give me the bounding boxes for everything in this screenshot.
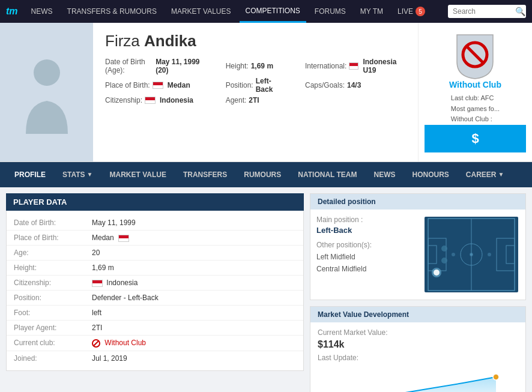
tm-logo: tm bbox=[6, 6, 18, 17]
table-row: Position: Defender - Left-Back bbox=[7, 291, 303, 306]
table-row: Age: 20 bbox=[7, 246, 303, 261]
dob-row: Date of Birth (Age): May 11, 1999 (20) bbox=[105, 58, 202, 74]
table-row: Player Agent: 2TI bbox=[7, 321, 303, 336]
player-name: Firza Andika bbox=[105, 32, 406, 50]
club-name-header[interactable]: Without Club bbox=[449, 80, 501, 89]
table-row: Place of Birth: Medan bbox=[7, 231, 303, 246]
position-labels: Main position : Left-Back Other position… bbox=[316, 216, 417, 294]
market-value-button[interactable]: $ bbox=[425, 125, 526, 152]
pob-flag bbox=[118, 235, 129, 242]
indonesia-flag-cit bbox=[145, 97, 156, 104]
field-container bbox=[423, 216, 519, 294]
other-positions: Left Midfield Central Midfield bbox=[316, 251, 417, 276]
other-pos-1: Left Midfield bbox=[316, 251, 417, 263]
svg-point-15 bbox=[441, 246, 447, 252]
other-pos-2: Central Midfield bbox=[316, 263, 417, 275]
international-row: International: Indonesia U19 bbox=[305, 58, 406, 74]
player-photo-container bbox=[0, 23, 93, 161]
detailed-position-header: Detailed position bbox=[310, 194, 525, 210]
caps-goals-row: Caps/Goals: 14/3 bbox=[305, 77, 406, 94]
market-chart-svg bbox=[318, 368, 518, 392]
height-row: Height: 1,69 m bbox=[226, 58, 281, 74]
indonesia-flag-int bbox=[349, 62, 358, 70]
detailed-position-body: Main position : Left-Back Other position… bbox=[310, 210, 525, 300]
player-info-main: Firza Andika Date of Birth (Age): May 11… bbox=[93, 23, 418, 161]
last-update-label: Last Update: bbox=[318, 354, 358, 362]
market-value-panel: Market Value Development Current Market … bbox=[310, 306, 526, 392]
sec-nav-profile[interactable]: PROFILE bbox=[6, 162, 54, 187]
agent-row: Agent: 2TI bbox=[226, 96, 281, 104]
player-data-table: Date of Birth: May 11, 1999 Place of Bir… bbox=[6, 211, 304, 371]
sec-nav-news[interactable]: NEWS bbox=[366, 162, 404, 187]
nav-forums[interactable]: FORUMS bbox=[309, 0, 352, 23]
player-details: Date of Birth (Age): May 11, 1999 (20) H… bbox=[105, 58, 406, 104]
secondary-nav: PROFILE STATS ▼ MARKET VALUE TRANSFERS R… bbox=[0, 162, 532, 187]
table-row: Joined: Jul 1, 2019 bbox=[7, 351, 303, 366]
position-row: Position: Left-Back bbox=[226, 77, 281, 94]
sec-nav-rumours[interactable]: RUMOURS bbox=[235, 162, 289, 187]
career-chevron-icon: ▼ bbox=[498, 171, 504, 178]
detailed-position-panel: Detailed position Main position : Left-B… bbox=[310, 193, 526, 300]
player-silhouette bbox=[14, 50, 80, 134]
table-row: Height: 1,69 m bbox=[7, 261, 303, 276]
table-row: Citizenship: Indonesia bbox=[7, 276, 303, 291]
club-panel: Without Club Last club: AFC Most games f… bbox=[418, 23, 532, 161]
sec-nav-honours[interactable]: HONOURS bbox=[404, 162, 458, 187]
last-update-row: Last Update: bbox=[318, 354, 518, 362]
other-position-label: Other position(s): bbox=[316, 241, 417, 249]
svg-point-18 bbox=[488, 253, 491, 256]
search-icon: 🔍 bbox=[515, 7, 525, 16]
player-data-header: PLAYER DATA bbox=[6, 193, 304, 211]
current-market-label: Current Market Value: bbox=[318, 328, 388, 337]
search-input[interactable] bbox=[453, 7, 513, 16]
sec-nav-stats[interactable]: STATS ▼ bbox=[54, 162, 101, 187]
market-chart bbox=[318, 368, 518, 392]
nav-my-tm[interactable]: MY TM bbox=[354, 0, 389, 23]
nav-news[interactable]: NEWS bbox=[25, 0, 59, 23]
sec-nav-market-value[interactable]: MARKET VALUE bbox=[101, 162, 174, 187]
club-details: Last club: AFC Most games fo... Without … bbox=[451, 93, 500, 125]
nav-competitions[interactable]: COMPETITIONS bbox=[240, 0, 306, 23]
table-row: Foot: left bbox=[7, 306, 303, 321]
indonesia-flag-pob bbox=[153, 82, 163, 89]
search-box[interactable]: 🔍 bbox=[448, 5, 526, 18]
sec-nav-transfers[interactable]: TRANSFERS bbox=[175, 162, 235, 187]
stats-chevron-icon: ▼ bbox=[87, 171, 93, 178]
table-row: Current club: Without Club bbox=[7, 336, 303, 351]
current-market-value-row: Current Market Value: bbox=[318, 328, 518, 337]
citizenship-row: Citizenship: Indonesia bbox=[105, 96, 202, 104]
market-value-header: Market Value Development bbox=[310, 307, 525, 322]
table-row: Date of Birth: May 11, 1999 bbox=[7, 216, 303, 231]
right-panel: Detailed position Main position : Left-B… bbox=[310, 193, 526, 392]
live-badge: 5 bbox=[416, 7, 425, 16]
svg-point-13 bbox=[434, 270, 440, 276]
player-header: Firza Andika Date of Birth (Age): May 11… bbox=[0, 23, 532, 162]
top-nav: tm NEWS TRANSFERS & RUMOURS MARKET VALUE… bbox=[0, 0, 532, 23]
svg-point-16 bbox=[452, 253, 455, 256]
svg-point-20 bbox=[493, 374, 499, 380]
current-market-value: $114k bbox=[318, 339, 518, 350]
svg-point-14 bbox=[441, 258, 447, 264]
field-svg bbox=[423, 216, 519, 294]
club-shield bbox=[454, 32, 496, 80]
nav-transfers[interactable]: TRANSFERS & RUMOURS bbox=[61, 0, 163, 23]
sec-nav-career[interactable]: CAREER ▼ bbox=[458, 162, 513, 187]
sec-nav-national-team[interactable]: NATIONAL TEAM bbox=[289, 162, 365, 187]
left-panel: PLAYER DATA Date of Birth: May 11, 1999 … bbox=[6, 193, 304, 392]
svg-point-17 bbox=[470, 253, 473, 256]
svg-point-0 bbox=[34, 59, 60, 86]
svg-marker-19 bbox=[319, 377, 496, 392]
nav-market-values[interactable]: MARKET VALUES bbox=[165, 0, 237, 23]
nav-live[interactable]: LIVE 5 bbox=[391, 0, 431, 23]
main-content: PLAYER DATA Date of Birth: May 11, 1999 … bbox=[0, 187, 532, 392]
pob-row: Place of Birth: Medan bbox=[105, 77, 202, 94]
banned-icon bbox=[92, 339, 100, 348]
market-panel-body: Current Market Value: $114k Last Update: bbox=[310, 322, 525, 392]
main-position-label: Main position : bbox=[316, 216, 417, 224]
cit-flag bbox=[92, 280, 103, 287]
main-position-value: Left-Back bbox=[316, 226, 417, 235]
